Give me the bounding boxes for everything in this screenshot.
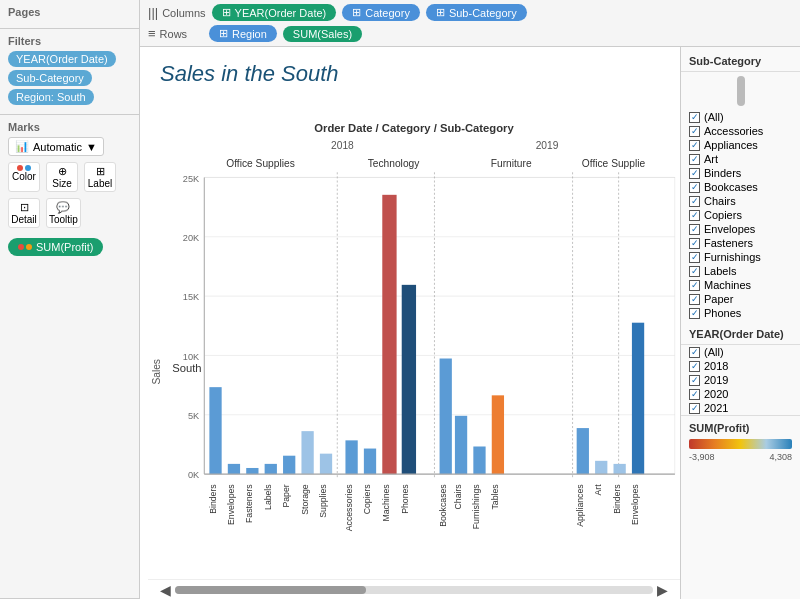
subcat-phones-checkbox[interactable] [689,308,700,319]
bar-machines-2018[interactable] [382,195,396,474]
subcat-appliances-checkbox[interactable] [689,140,700,151]
bar-bookcases-2018[interactable] [440,359,452,475]
sum-profit-pill[interactable]: SUM(Profit) [8,238,103,256]
year-2020-label: 2020 [704,388,728,400]
subcat-furnishings[interactable]: Furnishings [681,250,800,264]
filter-region[interactable]: Region: South [8,89,94,105]
subcat-fasteners[interactable]: Fasteners [681,236,800,250]
subcat-accessories[interactable]: Accessories [681,124,800,138]
bar-binders-2018[interactable] [209,387,221,474]
subcat-machines-checkbox[interactable] [689,280,700,291]
year-2021[interactable]: 2021 [681,401,800,415]
year-2021-checkbox[interactable] [689,403,700,414]
subcat-paper-checkbox[interactable] [689,294,700,305]
subcat-paper-label: Paper [704,293,733,305]
subcat-envelopes-checkbox[interactable] [689,224,700,235]
year-2018-checkbox[interactable] [689,361,700,372]
bar-binders-2019[interactable] [614,464,626,474]
subcat-art-checkbox[interactable] [689,154,700,165]
bar-phones-2018[interactable] [402,285,416,474]
svg-text:Art: Art [593,484,603,496]
year-2020-checkbox[interactable] [689,389,700,400]
subcat-appliances[interactable]: Appliances [681,138,800,152]
bar-fasteners-2018[interactable] [246,468,258,474]
plus-icon: ⊞ [222,6,231,19]
label-mark[interactable]: ⊞ Label [84,162,116,192]
year-2019[interactable]: 2019 [681,373,800,387]
col-category-pill[interactable]: ⊞ Category [342,4,420,21]
bar-paper-2018[interactable] [283,456,295,474]
bar-envelopes-2018[interactable] [228,464,240,474]
scroll-right-arrow[interactable]: ▶ [657,582,668,598]
marks-title: Marks [8,121,131,133]
row-region-pill[interactable]: ⊞ Region [209,25,277,42]
sidebar-scroll-top[interactable] [737,76,745,106]
marks-dropdown[interactable]: 📊 Automatic ▼ [8,137,104,156]
filter-year[interactable]: YEAR(Order Date) [8,51,116,67]
subcat-furnishings-checkbox[interactable] [689,252,700,263]
chart-container: Sales in the South Order Date / Category… [140,47,800,599]
x-label-accessories: Accessories [344,484,354,531]
subcat-accessories-checkbox[interactable] [689,126,700,137]
subcat-copiers[interactable]: Copiers [681,208,800,222]
bar-art-2019[interactable] [595,461,607,474]
svg-text:Order Date / Category / Sub-Ca: Order Date / Category / Sub-Category [314,122,514,134]
color-gradient-bar [689,439,792,449]
color-legend: SUM(Profit) -3,908 4,308 [681,415,800,466]
scroll-thumb[interactable] [175,586,366,594]
bar-chairs-2018[interactable] [455,416,467,474]
scroll-track[interactable] [175,586,653,594]
year-2020[interactable]: 2020 [681,387,800,401]
subcat-chairs[interactable]: Chairs [681,194,800,208]
plus-icon-3: ⊞ [436,6,445,19]
bar-labels-2018[interactable] [265,464,277,474]
subcat-binders-label: Binders [704,167,741,179]
subcat-all-checkbox[interactable] [689,112,700,123]
bar-appliances-2019[interactable] [577,428,589,474]
row-sales-pill[interactable]: SUM(Sales) [283,26,362,42]
subcat-bookcases[interactable]: Bookcases [681,180,800,194]
detail-mark[interactable]: ⊡ Detail [8,198,40,228]
subcat-machines[interactable]: Machines [681,278,800,292]
bar-tables-2018[interactable] [492,395,504,474]
subcat-phones[interactable]: Phones [681,306,800,320]
year-2021-label: 2021 [704,402,728,414]
bar-envelopes-2019[interactable] [632,323,644,474]
bar-accessories-2018[interactable] [345,440,357,474]
col-year-pill[interactable]: ⊞ YEAR(Order Date) [212,4,337,21]
size-mark[interactable]: ⊕ Size [46,162,78,192]
svg-text:Binders: Binders [612,484,622,514]
bar-furnishings-2018[interactable] [473,446,485,474]
color-label: Color [12,171,36,182]
subcat-binders[interactable]: Binders [681,166,800,180]
subcat-envelopes[interactable]: Envelopes [681,222,800,236]
subcat-all[interactable]: (All) [681,110,800,124]
tooltip-mark[interactable]: 💬 Tooltip [46,198,81,228]
subcat-labels-checkbox[interactable] [689,266,700,277]
subcat-copiers-label: Copiers [704,209,742,221]
subcat-labels[interactable]: Labels [681,264,800,278]
marks-section: Marks 📊 Automatic ▼ Color ⊕ Size ⊞ Label [0,115,139,599]
bar-storage-2018[interactable] [301,431,313,474]
svg-text:Paper: Paper [281,484,291,507]
subcat-fasteners-checkbox[interactable] [689,238,700,249]
year-2018[interactable]: 2018 [681,359,800,373]
subcat-copiers-checkbox[interactable] [689,210,700,221]
main-area: ||| Columns ⊞ YEAR(Order Date) ⊞ Categor… [140,0,800,599]
col-subcat-pill[interactable]: ⊞ Sub-Category [426,4,527,21]
subcat-chairs-checkbox[interactable] [689,196,700,207]
chart-svg-wrapper: Order Date / Category / Sub-Category 201… [148,93,680,579]
subcat-bookcases-checkbox[interactable] [689,182,700,193]
subcat-art[interactable]: Art [681,152,800,166]
bar-supplies-2018[interactable] [320,454,332,474]
year-all-checkbox[interactable] [689,347,700,358]
columns-icon: ||| [148,5,158,20]
subcat-paper[interactable]: Paper [681,292,800,306]
subcat-binders-checkbox[interactable] [689,168,700,179]
scroll-left-arrow[interactable]: ◀ [160,582,171,598]
color-mark[interactable]: Color [8,162,40,192]
year-all[interactable]: (All) [681,345,800,359]
year-2019-checkbox[interactable] [689,375,700,386]
filter-subcat[interactable]: Sub-Category [8,70,92,86]
bar-copiers-2018[interactable] [364,449,376,475]
